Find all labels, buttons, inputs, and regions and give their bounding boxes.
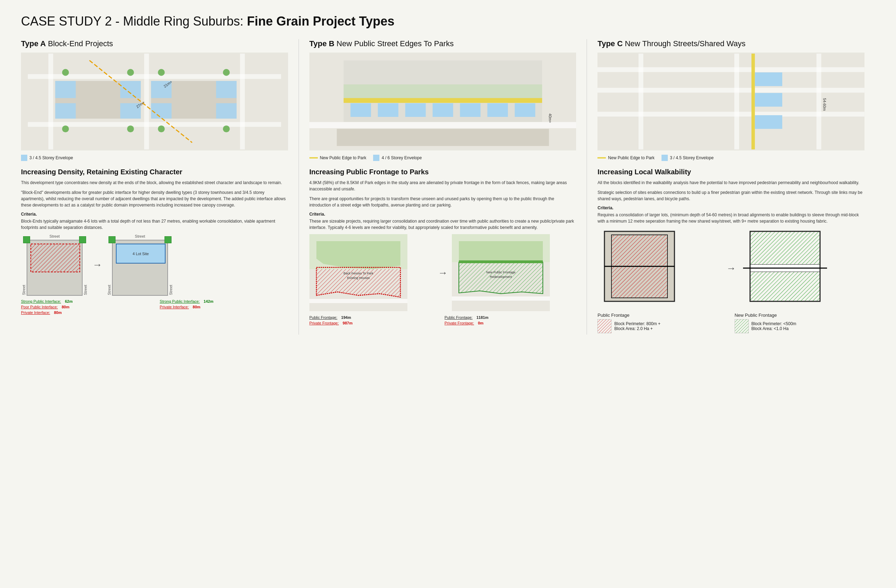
svg-point-23 <box>158 125 165 132</box>
type-c-legend: New Public Edge to Park 3 / 4.5 Storey E… <box>597 155 864 161</box>
svg-rect-71 <box>597 67 864 72</box>
type-c-diag-right-svg <box>743 228 827 308</box>
type-c-stats-left: Public Frontage Block Perimeter: 800m + … <box>597 312 727 335</box>
svg-rect-43 <box>460 103 480 117</box>
type-a-block-1-svg <box>27 241 83 297</box>
type-c-perimeter-left: Block Perimeter: 800m + <box>614 321 660 326</box>
arrow-2: → <box>438 267 448 279</box>
type-b-rest: New Public Street Edges To Parks <box>334 39 454 48</box>
type-a-diag-left-inner: Street <box>21 240 88 296</box>
svg-rect-10 <box>120 81 141 98</box>
legend-label-edge-c: New Public Edge to Park <box>608 155 655 160</box>
arrow-3: → <box>726 263 736 274</box>
main-columns: Type A Block-End Projects <box>21 39 875 335</box>
svg-rect-75 <box>751 53 755 149</box>
type-b-diag-right: New Public Frontage Redevelopment <box>452 234 576 312</box>
type-a-stats-container: Strong Public Interface: 62m Poor Public… <box>21 299 288 316</box>
svg-rect-92 <box>597 319 611 333</box>
svg-rect-87 <box>750 271 820 302</box>
type-a-map: 27m+ 21m+ <box>21 52 288 151</box>
svg-rect-13 <box>55 103 76 119</box>
type-b-map: 40m+ <box>309 52 576 151</box>
page-title: CASE STUDY 2 - Middle Ring Suburbs: Fine… <box>21 14 875 29</box>
stat-private-interface-1: Private Interface: 80m <box>21 311 149 315</box>
svg-rect-44 <box>487 103 508 117</box>
svg-point-21 <box>62 125 69 132</box>
type-a-body-1: This development type concentrates new d… <box>21 180 288 186</box>
type-a-criteria-text: Block-Ends typically amalgamate 4-6 lots… <box>21 218 288 231</box>
type-c-block-perimeter-right: Block Perimeter: <500m Block Area: <1.0 … <box>751 321 796 331</box>
svg-marker-60 <box>459 241 543 260</box>
type-a-rest: Block-End Projects <box>46 39 113 48</box>
svg-point-17 <box>62 69 69 76</box>
svg-point-22 <box>127 125 134 132</box>
type-c-rest: New Through Streets/Shared Ways <box>623 39 745 48</box>
svg-rect-5 <box>144 53 149 149</box>
svg-text:Back Fences To Park: Back Fences To Park <box>343 271 373 275</box>
svg-rect-6 <box>240 53 245 149</box>
type-b-criteria-label: Criteria. <box>309 212 576 217</box>
legend-label-envelope-c: 3 / 4.5 Storey Envelope <box>670 155 714 160</box>
stat-strong-interface-2: Strong Public Interface: 142m <box>160 299 288 303</box>
svg-text:40m+: 40m+ <box>548 113 552 123</box>
type-c-diag-left <box>597 228 719 309</box>
type-a-street-label-2: Street <box>107 234 174 238</box>
green-corner-tl-1 <box>23 236 30 243</box>
legend-swatch-blue-a <box>21 155 27 161</box>
type-c-body-1: All the blocks identified in the walkabi… <box>597 180 864 186</box>
svg-rect-15 <box>151 103 172 119</box>
svg-rect-65 <box>452 297 550 301</box>
type-b-diag-left-svg: Back Fences To Park Existing Houses <box>309 234 407 311</box>
svg-rect-47 <box>337 129 549 146</box>
type-a-body-2: "Block-End" developments allow for great… <box>21 189 288 208</box>
svg-rect-38 <box>343 98 542 103</box>
legend-item-edge-b: New Public Edge to Park <box>309 155 366 160</box>
svg-rect-86 <box>750 232 820 265</box>
type-a-side-street-1: Street <box>21 240 27 296</box>
type-c-stats-container: Public Frontage Block Perimeter: 800m + … <box>597 312 864 335</box>
legend-item-edge-c: New Public Edge to Park <box>597 155 655 160</box>
type-c-diagrams: → <box>597 228 864 309</box>
legend-line-yellow-c <box>597 157 606 158</box>
type-a-legend: 3 / 4.5 Storey Envelope <box>21 155 288 161</box>
type-c-body-2: Strategic selection of sites enables con… <box>597 189 864 202</box>
svg-rect-55 <box>309 299 407 303</box>
type-c-hatch-right: Block Perimeter: <500m Block Area: <1.0 … <box>734 319 864 333</box>
legend-swatch-blue-b <box>373 155 379 161</box>
type-b-heading: Type B New Public Street Edges To Parks <box>309 39 576 48</box>
type-b-label: Type B <box>309 39 335 48</box>
hatch-swatch-red-c <box>597 319 611 333</box>
type-b-map-svg: 40m+ <box>309 52 576 151</box>
title-prefix: CASE STUDY 2 - Middle Ring Suburbs: <box>21 14 247 28</box>
svg-rect-45 <box>515 103 535 117</box>
type-a-block-1 <box>27 240 82 296</box>
svg-rect-69 <box>597 88 864 93</box>
type-b-stats-left: Public Frontage: 194m Private Frontage: … <box>309 315 441 326</box>
svg-rect-39 <box>350 103 371 117</box>
svg-text:New Public Frontage: New Public Frontage <box>486 271 515 274</box>
stat-private-frontage-b1: Private Frontage: 987m <box>309 321 441 325</box>
type-c-map: 54-60m <box>597 52 864 151</box>
svg-rect-40 <box>378 103 398 117</box>
type-c-diag-right <box>743 228 864 309</box>
type-b-diagrams: Back Fences To Park Existing Houses → <box>309 234 576 312</box>
type-a-stats-left: Strong Public Interface: 62m Poor Public… <box>21 299 149 316</box>
type-b-legend: New Public Edge to Park 4 / 6 Storey Env… <box>309 155 576 161</box>
svg-text:54-60m: 54-60m <box>823 98 827 111</box>
type-c-criteria-label: Criteria. <box>597 206 864 210</box>
type-a-diag-right-inner: Street 4 Lot Site <box>107 240 174 296</box>
stat-private-interface-2: Private Interface: 80m <box>160 305 288 309</box>
type-c-public-frontage-label: Public Frontage <box>597 312 727 318</box>
svg-text:Redevelopment: Redevelopment <box>490 275 512 279</box>
legend-swatch-blue-c <box>661 155 668 161</box>
svg-text:Existing Houses: Existing Houses <box>347 276 370 280</box>
type-b-stats-container: Public Frontage: 194m Private Frontage: … <box>309 315 576 326</box>
arrow-1: → <box>92 259 102 271</box>
svg-rect-74 <box>817 53 821 149</box>
svg-point-18 <box>127 69 134 76</box>
svg-rect-46 <box>309 122 576 128</box>
type-c-heading: Type C New Through Streets/Shared Ways <box>597 39 864 48</box>
svg-point-24 <box>223 125 230 132</box>
type-b-diag-right-svg: New Public Frontage Redevelopment <box>452 234 550 311</box>
column-type-b: Type B New Public Street Edges To Parks <box>299 39 587 335</box>
